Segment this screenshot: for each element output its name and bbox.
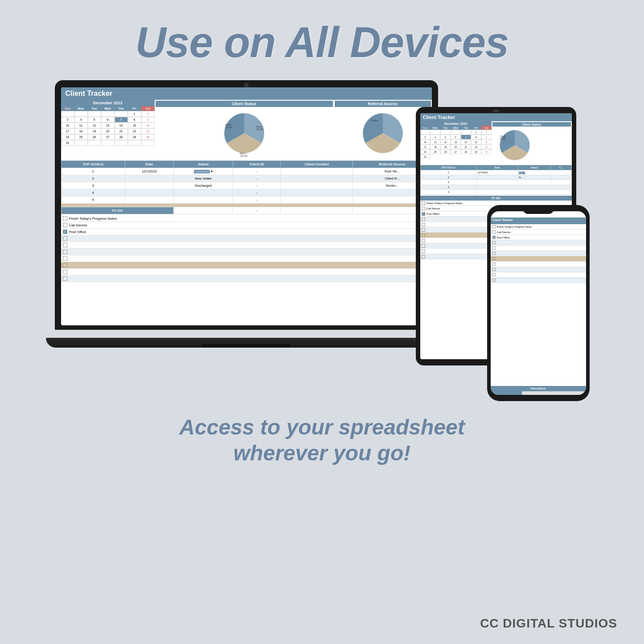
subtitle-block: Access to your spreadsheet wherever you … [0, 414, 644, 466]
brand-text: CC DIGITAL STUDIOS [480, 616, 617, 631]
cal-cell: 14 [461, 139, 471, 144]
td-date: 12/7/2023 [476, 170, 518, 175]
td-client-contact [280, 182, 353, 189]
todo-item-empty [61, 249, 432, 255]
referral-pie-svg: Docto... [358, 109, 407, 158]
cal-hdr: Wed [451, 126, 461, 130]
phone-check-empty [492, 273, 496, 276]
td-goal-num: 3 [61, 182, 125, 189]
cal-cell [115, 111, 128, 117]
todo-text: Finish Today's Progress Notes [69, 217, 117, 221]
td-empty [173, 207, 233, 214]
cal-cell [420, 130, 431, 135]
td-status: Current Client ▾ [173, 168, 233, 175]
laptop-todo-section: Finish Today's Progress Notes Call Denni… [61, 215, 432, 282]
cal-cell: 20 [101, 128, 115, 134]
phone-sheet-title: Client Tracker [491, 217, 586, 222]
tablet-client-status: Client Status Disch... 33.3% [492, 121, 572, 165]
cal-cell: 1 [128, 111, 141, 117]
phone-todo-tan [491, 256, 586, 262]
phone-todo-item: Finish Today's Progress Note... [491, 224, 586, 230]
tablet-cal-cells: 1 2 3 4 5 6 7 8 9 10 11 12 13 [420, 130, 492, 159]
todo-check-checked: ✓ [422, 212, 425, 216]
td-date [476, 175, 518, 180]
cal-cell: 23 [141, 128, 155, 134]
td-status [173, 189, 233, 197]
todo-item-tan [61, 262, 432, 269]
cal-cell: 2 [141, 111, 155, 117]
laptop-camera [244, 83, 249, 87]
todo-item-empty [61, 269, 432, 275]
phone-todo-text: Call Dennis [497, 231, 511, 234]
td-date [125, 175, 173, 182]
th-client-contact: Client Contact [280, 161, 353, 168]
todo-item-empty [61, 242, 432, 249]
laptop-cal-header: December 2023 [61, 100, 155, 106]
client-status-pie: Disch... 33.3% Curre... 33.3% New I... 3… [156, 107, 333, 160]
todo-checkbox-empty [63, 276, 67, 281]
cal-cell: 24 [420, 149, 431, 154]
laptop-cal-days: Sun Mon Tue Wed Thu Fri Sat [61, 106, 155, 111]
tablet-todo-title: TO DO [420, 196, 572, 201]
td-status: N... [518, 175, 551, 180]
th-status: Status [518, 165, 551, 170]
todo-check [422, 207, 425, 210]
laptop-screen: Client Tracker December 2023 Sun Mon Tue… [61, 87, 432, 325]
cal-cell: 16 [481, 139, 492, 144]
cal-cell: 18 [74, 128, 88, 134]
cal-cell: 29 [128, 134, 141, 140]
phone-check-empty [492, 257, 496, 260]
phone-spreadsheet: Client Tracker Finish Today's Progress N… [491, 211, 586, 395]
table-row: 2 New Intake - Client R... [61, 175, 431, 182]
cal-cell: 25 [430, 149, 440, 154]
cal-cell-today: 7 [115, 117, 128, 123]
pie-chart-svg: Disch... 33.3% Curre... 33.3% New I... 3… [215, 109, 273, 158]
cal-cell: 10 [420, 139, 431, 144]
cal-hdr: Tue [440, 126, 451, 130]
cal-cell [101, 140, 115, 146]
main-heading: Use on All Devices [0, 0, 644, 67]
cal-header-fri: Fri [128, 106, 141, 111]
cal-cell: 12 [88, 123, 101, 128]
cal-cell: 5 [88, 117, 101, 123]
laptop-main-table-wrap: TOP GOALS Date Status Client ID Client C… [61, 160, 432, 325]
cal-cell: 16 [141, 123, 155, 128]
svg-text:33.3%: 33.3% [240, 155, 247, 157]
td-date [125, 197, 173, 204]
tablet-status-title: Client Status [492, 122, 571, 127]
cal-cell: 10 [61, 123, 74, 128]
cal-cell: 4 [430, 135, 440, 139]
todo-item-empty [61, 275, 432, 282]
td-num: 4 [420, 185, 476, 190]
td-num: 1 [420, 170, 476, 175]
td-status: Cu... [518, 170, 551, 175]
tablet-cal-header: December 2023 [420, 121, 492, 126]
td-date [476, 180, 518, 185]
cal-cell: 26 [88, 134, 101, 140]
cal-cell [141, 140, 155, 146]
cal-cell: 15 [471, 139, 481, 144]
phone-check [492, 230, 496, 234]
todo-check [422, 201, 425, 205]
phone-check [492, 225, 496, 228]
cal-cell: 8 [471, 135, 481, 139]
cal-cell: 4 [74, 117, 88, 123]
todo-item: ✓ Post Office [61, 229, 432, 235]
cal-cell [101, 111, 115, 117]
cal-cell: 29 [471, 149, 481, 154]
cal-cell: 28 [115, 134, 128, 140]
phone-todo-empty [491, 267, 586, 272]
todo-checkbox-empty [63, 263, 67, 267]
table-row: 2 N... [420, 175, 571, 180]
phone-check-empty [492, 252, 496, 255]
cal-cell [440, 130, 451, 135]
cal-cell: 1 [471, 130, 481, 135]
cal-cell: 30 [141, 134, 155, 140]
cal-header-wed: Wed [101, 106, 115, 111]
td-client-contact [280, 189, 353, 197]
phone-screen: Client Tracker Finish Today's Progress N… [491, 211, 586, 395]
th-goals: TOP GOALS [420, 165, 476, 170]
th-date: Date [476, 165, 518, 170]
td-c [551, 175, 571, 180]
todo-checkbox-empty [63, 243, 67, 247]
